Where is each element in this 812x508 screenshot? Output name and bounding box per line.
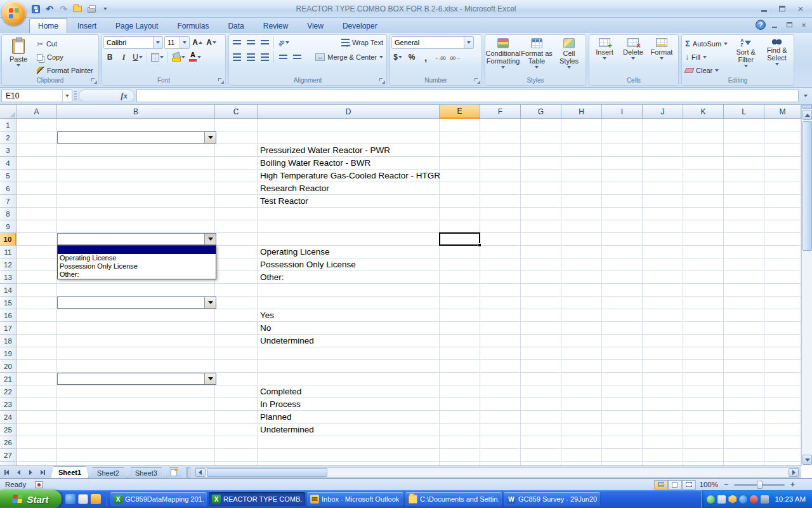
row-header-18[interactable]: 18 [0, 335, 16, 347]
combo-list-item[interactable]: Other: [58, 271, 216, 279]
quick-launch-icon-3[interactable] [91, 494, 101, 504]
font-dialog-launcher[interactable] [218, 78, 224, 84]
autosum-button[interactable]: AutoSum [683, 37, 730, 50]
row-header-26[interactable]: 26 [0, 436, 16, 449]
row-header-16[interactable]: 16 [0, 309, 16, 322]
taskbar-clock[interactable]: 10:23 AM [771, 495, 806, 503]
format-cells-button[interactable]: Format [648, 36, 676, 77]
page-layout-view-button[interactable] [668, 480, 682, 490]
align-left-button[interactable] [230, 51, 243, 64]
row-header-9[interactable]: 9 [0, 220, 16, 233]
zoom-level[interactable]: 100% [700, 481, 718, 488]
row-header-28[interactable]: 28 [0, 462, 16, 465]
sheet-tab-sheet3[interactable]: Sheet3 [128, 467, 165, 478]
column-header-I[interactable]: I [602, 105, 643, 119]
paste-button[interactable]: Paste [3, 36, 34, 77]
record-macro-button[interactable] [35, 481, 43, 488]
name-box[interactable]: E10 [1, 90, 72, 102]
row-header-6[interactable]: 6 [0, 182, 16, 195]
row-header-24[interactable]: 24 [0, 411, 16, 424]
quick-launch-icon-2[interactable] [78, 494, 88, 504]
clipboard-dialog-launcher[interactable] [91, 78, 97, 84]
copy-button[interactable]: Copy [35, 51, 95, 64]
column-header-G[interactable]: G [521, 105, 561, 119]
shrink-font-button[interactable] [205, 36, 218, 49]
page-break-view-button[interactable] [682, 480, 696, 490]
ribbon-tab-developer[interactable]: Developer [334, 18, 386, 33]
row-header-3[interactable]: 3 [0, 144, 16, 157]
row-header-5[interactable]: 5 [0, 170, 16, 182]
wrap-text-button[interactable]: Wrap Text [339, 37, 385, 49]
align-bottom-button[interactable] [258, 36, 271, 49]
row-header-14[interactable]: 14 [0, 284, 16, 297]
column-header-K[interactable]: K [683, 105, 724, 119]
formula-bar-splitter[interactable] [74, 91, 77, 101]
print-button[interactable] [85, 3, 98, 15]
fill-button[interactable]: Fill [683, 51, 730, 63]
open-button[interactable] [71, 3, 84, 15]
row-header-15[interactable]: 15 [0, 297, 16, 309]
align-center-button[interactable] [244, 51, 257, 64]
align-right-button[interactable] [258, 51, 271, 64]
combo-list-item[interactable]: Possession Only License [58, 262, 216, 271]
column-header-B[interactable]: B [57, 105, 215, 119]
scroll-down-button[interactable] [802, 455, 812, 465]
maximize-button[interactable] [773, 3, 791, 14]
undo-button[interactable] [43, 3, 56, 15]
formula-input[interactable] [136, 90, 799, 102]
ribbon-tab-formulas[interactable]: Formulas [168, 18, 218, 33]
italic-button[interactable] [117, 51, 130, 64]
first-sheet-button[interactable] [1, 467, 12, 478]
column-header-F[interactable]: F [480, 105, 521, 119]
combo-list-item[interactable] [58, 246, 216, 254]
scroll-up-button[interactable] [802, 110, 812, 120]
row-header-22[interactable]: 22 [0, 385, 16, 398]
row-header-7[interactable]: 7 [0, 195, 16, 208]
borders-button[interactable] [150, 51, 165, 64]
name-box-dropdown[interactable] [62, 90, 72, 102]
underline-button[interactable] [131, 51, 144, 64]
vertical-split-handle[interactable] [802, 105, 812, 109]
help-button[interactable] [756, 20, 766, 30]
format-as-table-button[interactable]: Format as Table [520, 36, 553, 77]
combo-dropdown-button[interactable] [204, 373, 216, 384]
tray-icon-network[interactable] [739, 495, 747, 504]
minimize-button[interactable] [755, 3, 773, 14]
number-format-select[interactable]: General [391, 36, 474, 49]
tab-split-handle[interactable] [187, 467, 190, 478]
conditional-formatting-button[interactable]: Conditional Formatting [487, 36, 520, 77]
row-header-23[interactable]: 23 [0, 398, 16, 411]
quick-launch-icon-1[interactable] [65, 494, 75, 504]
taskbar-task-5[interactable]: GC859 Survey - 29Jun20... [504, 492, 600, 506]
combo-list-item[interactable]: Operating License [58, 254, 216, 262]
increase-decimal-button[interactable] [433, 51, 447, 64]
ribbon-tab-review[interactable]: Review [254, 18, 297, 33]
cut-button[interactable]: Cut [35, 38, 95, 50]
normal-view-button[interactable] [654, 480, 668, 490]
workbook-restore-button[interactable] [783, 20, 795, 29]
column-header-J[interactable]: J [643, 105, 683, 119]
column-header-C[interactable]: C [215, 105, 258, 119]
decrease-indent-button[interactable] [277, 51, 289, 64]
merge-center-button[interactable]: Merge & Center [313, 51, 385, 64]
formula-bar-expand-button[interactable] [801, 90, 811, 102]
ribbon-tab-data[interactable]: Data [219, 18, 252, 33]
scroll-right-button[interactable] [789, 468, 799, 477]
vertical-scroll-thumb[interactable] [802, 121, 812, 251]
alignment-dialog-launcher[interactable] [379, 78, 385, 84]
sort-filter-button[interactable]: AZ Sort & Filter [730, 36, 761, 77]
comma-style-button[interactable] [419, 51, 432, 64]
tray-icon-display[interactable] [717, 495, 726, 504]
number-format-dropdown[interactable] [464, 37, 473, 48]
font-size-dropdown[interactable] [180, 37, 189, 48]
accounting-format-button[interactable] [391, 51, 404, 64]
taskbar-task-1[interactable]: GC859DataMapping 201... [110, 492, 207, 506]
select-all-corner[interactable] [0, 105, 16, 119]
font-size-select[interactable]: 11 [164, 36, 190, 49]
row-header-11[interactable]: 11 [0, 246, 16, 258]
combo-dropdown-button[interactable] [204, 297, 216, 308]
column-header-L[interactable]: L [724, 105, 764, 119]
scroll-left-button[interactable] [195, 468, 206, 477]
row-header-17[interactable]: 17 [0, 322, 16, 335]
format-painter-button[interactable]: Format Painter [35, 64, 95, 76]
